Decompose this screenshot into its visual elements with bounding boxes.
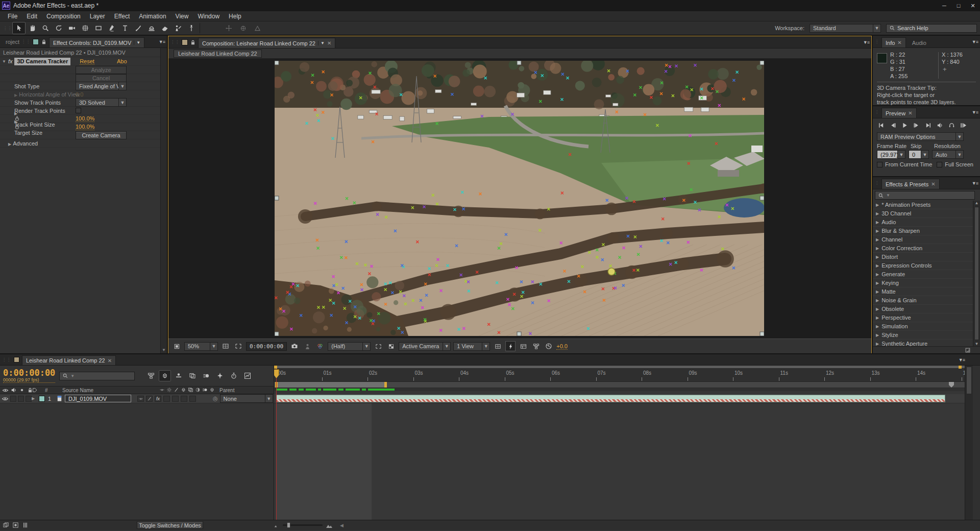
effects-category-perspective[interactable]: ▶Perspective bbox=[873, 313, 973, 322]
comp-breadcrumb-chip[interactable]: Leishear Road Linked Comp 22 bbox=[174, 50, 262, 58]
effects-category-expression-controls[interactable]: ▶Expression Controls bbox=[873, 261, 973, 270]
layer-expand-triangle[interactable]: ▶ bbox=[32, 396, 39, 401]
panel-menu-icon[interactable]: ▼≡ bbox=[972, 110, 978, 115]
audio-column-speaker-icon[interactable] bbox=[11, 387, 17, 394]
effects-category-synthetic-aperture[interactable]: ▶Synthetic Aperture bbox=[873, 340, 973, 346]
roto-brush-tool[interactable] bbox=[172, 22, 185, 34]
view-axis-mode-icon[interactable] bbox=[251, 22, 264, 34]
project-tab-label[interactable]: roject bbox=[6, 39, 19, 45]
view-layout-dropdown[interactable]: 1 View▼ bbox=[453, 342, 490, 351]
zoom-in-mountain-icon[interactable] bbox=[326, 522, 333, 529]
graph-editor-button[interactable] bbox=[241, 370, 254, 381]
effects-category-3d-channel[interactable]: ▶3D Channel bbox=[873, 209, 973, 218]
switch-draft-3d-icon[interactable] bbox=[181, 387, 188, 393]
expand-layer-switches-icon[interactable] bbox=[3, 522, 9, 528]
effects-category-color-correction[interactable]: ▶Color Correction bbox=[873, 244, 973, 253]
auto-keyframe-button[interactable] bbox=[228, 370, 240, 381]
first-frame-button[interactable] bbox=[876, 121, 887, 130]
effects-category--animation-presets[interactable]: ▶* Animation Presets bbox=[873, 201, 973, 209]
selection-tool[interactable] bbox=[12, 22, 26, 34]
effects-category-noise-grain[interactable]: ▶Noise & Grain bbox=[873, 296, 973, 305]
ram-preview-button[interactable] bbox=[958, 121, 969, 130]
zoom-out-mountain-icon[interactable] bbox=[274, 522, 280, 528]
comp-flowchart-button[interactable] bbox=[145, 370, 157, 381]
show-track-points-dropdown[interactable]: 3D Solved▼ bbox=[76, 98, 127, 107]
next-frame-button[interactable] bbox=[911, 121, 922, 130]
pan-behind-tool[interactable] bbox=[79, 22, 92, 34]
layer-lock-cell[interactable] bbox=[26, 396, 32, 402]
layer-label-swatch[interactable] bbox=[39, 396, 45, 402]
parent-dropdown[interactable]: None▼ bbox=[220, 394, 273, 403]
resolution-preview-dropdown[interactable]: Auto▼ bbox=[932, 150, 964, 159]
effects-category-audio[interactable]: ▶Audio bbox=[873, 218, 973, 227]
zoom-tool[interactable] bbox=[39, 22, 52, 34]
layer-3d-cell[interactable] bbox=[189, 396, 196, 402]
layer-frame-blend-cell[interactable] bbox=[163, 396, 170, 402]
layer-row-1[interactable]: ▶ 1 DJI_0109.MOV fx ◎ None▼ bbox=[0, 394, 274, 403]
full-screen-checkbox[interactable] bbox=[937, 162, 942, 167]
resolution-dropdown[interactable]: (Half)▼ bbox=[328, 342, 371, 351]
switch-slash-icon[interactable] bbox=[174, 387, 181, 393]
timeline-graph-area[interactable]: 00s01s02s03s04s05s06s07s08s09s10s11s12s1… bbox=[274, 366, 965, 521]
motion-blur-button[interactable] bbox=[200, 370, 212, 381]
menu-composition[interactable]: Composition bbox=[42, 13, 85, 20]
loop-button[interactable] bbox=[946, 121, 957, 130]
brainstorm-button[interactable] bbox=[214, 370, 226, 381]
lock-icon[interactable] bbox=[190, 39, 196, 45]
tab-audio[interactable]: Audio bbox=[908, 37, 930, 47]
skip-dropdown[interactable]: 0▼ bbox=[909, 150, 929, 159]
menu-file[interactable]: File bbox=[3, 13, 22, 20]
tab-preview[interactable]: Preview✕ bbox=[881, 108, 917, 118]
effects-category-matte[interactable]: ▶Matte bbox=[873, 287, 973, 296]
show-channel-icon[interactable] bbox=[315, 341, 325, 351]
comp-marker-bin[interactable] bbox=[949, 382, 954, 388]
effect-name[interactable]: 3D Camera Tracker bbox=[14, 58, 70, 65]
maximize-button[interactable]: □ bbox=[951, 0, 966, 11]
toggle-switches-modes-button[interactable]: Toggle Switches / Modes bbox=[137, 521, 203, 529]
layer-motion-blur-cell[interactable] bbox=[172, 396, 179, 402]
viewer-timecode[interactable]: 0:00:00:00 bbox=[246, 342, 287, 351]
help-search-input[interactable]: Search Help bbox=[886, 24, 977, 33]
audio-button[interactable] bbox=[935, 121, 945, 130]
from-current-time-checkbox[interactable] bbox=[877, 162, 883, 167]
reset-link[interactable]: Reset bbox=[80, 58, 94, 65]
layer-collapse-cell[interactable] bbox=[137, 396, 144, 402]
shape-tool[interactable] bbox=[92, 22, 105, 34]
layer-quality-cell[interactable] bbox=[146, 396, 153, 402]
snapshot-icon[interactable] bbox=[289, 341, 300, 351]
safe-margins-icon[interactable] bbox=[220, 341, 231, 351]
minimize-button[interactable]: ─ bbox=[937, 0, 951, 11]
effects-category-generate[interactable]: ▶Generate bbox=[873, 270, 973, 279]
target-region-icon[interactable] bbox=[373, 341, 383, 351]
switch-frame-blend-icon[interactable] bbox=[188, 387, 195, 393]
puppet-pin-tool[interactable] bbox=[185, 22, 198, 34]
draft-3d-button[interactable] bbox=[159, 370, 171, 381]
project-tab-partial[interactable] bbox=[2, 39, 4, 45]
menu-edit[interactable]: Edit bbox=[22, 13, 42, 20]
show-snapshot-icon[interactable] bbox=[302, 341, 312, 351]
expand-transfer-controls-icon[interactable] bbox=[12, 522, 19, 528]
timeline-vertical-scrollbar[interactable] bbox=[965, 366, 973, 521]
world-axis-mode-icon[interactable] bbox=[236, 22, 250, 34]
layer-bar-row[interactable] bbox=[274, 394, 965, 403]
ram-preview-options-dropdown[interactable]: RAM Preview Options▼ bbox=[877, 132, 964, 141]
timeline-zoom-slider[interactable] bbox=[283, 524, 323, 526]
menu-help[interactable]: Help bbox=[224, 13, 246, 20]
effects-search-input[interactable]: ▼ bbox=[875, 191, 975, 200]
panel-menu-icon[interactable]: ▼≡ bbox=[863, 40, 869, 45]
menu-layer[interactable]: Layer bbox=[85, 13, 110, 20]
parent-pickwhip-icon[interactable]: ◎ bbox=[213, 395, 218, 402]
current-timecode[interactable]: 0:00:00:00 bbox=[3, 369, 55, 377]
switch-dotstar-icon[interactable] bbox=[159, 387, 166, 393]
effect-controls-scrollbar[interactable]: ▼ bbox=[160, 48, 167, 353]
track-point-size-value[interactable]: 100.0% bbox=[76, 115, 94, 122]
render-track-points-checkbox[interactable] bbox=[76, 108, 81, 113]
rotate-tool[interactable] bbox=[52, 22, 65, 34]
tab-info[interactable]: Info✕ bbox=[881, 37, 906, 47]
about-link[interactable]: Abo bbox=[117, 58, 127, 64]
switch-draft-3d-icon[interactable] bbox=[209, 387, 216, 393]
shot-type-dropdown[interactable]: Fixed Angle of Vie▼ bbox=[76, 82, 127, 90]
menu-window[interactable]: Window bbox=[193, 13, 224, 20]
create-camera-button[interactable]: Create Camera bbox=[76, 131, 127, 139]
panel-menu-icon[interactable]: ▼≡ bbox=[959, 357, 965, 363]
